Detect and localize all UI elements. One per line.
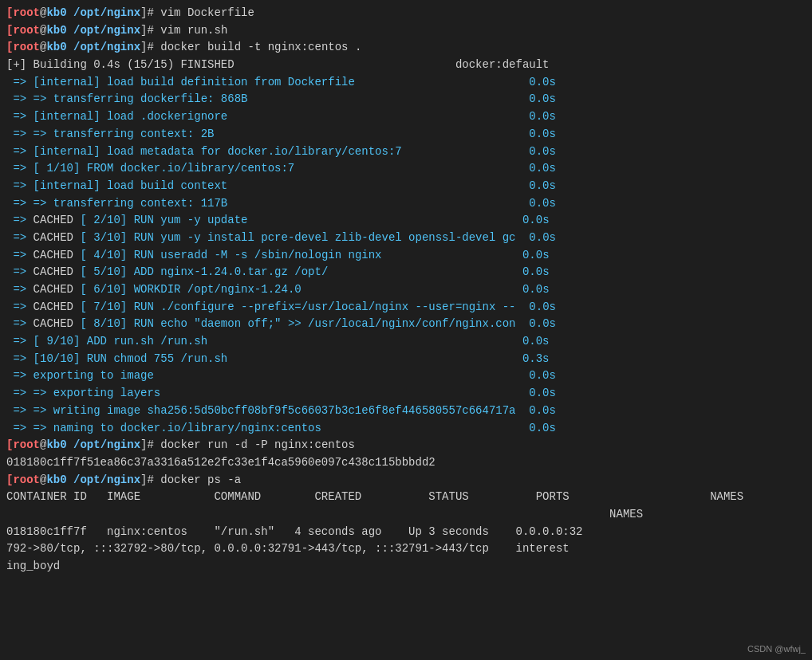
prompt-bracket-root: [root — [6, 5, 40, 22]
terminal-line: => => exporting layers 0.0s — [6, 385, 806, 403]
terminal-line-cached: => CACHED [ 4/10] RUN useradd -M -s /sbi… — [6, 247, 806, 265]
terminal-line-cached: => CACHED [ 3/10] RUN yum -y install pcr… — [6, 230, 806, 247]
terminal-line: => exporting to image 0.0s — [6, 367, 806, 385]
terminal-line: => [ 9/10] ADD run.sh /run.sh 0.0s — [6, 333, 806, 351]
terminal: [root@kb0 /opt/nginx]# vim Dockerfile [r… — [0, 0, 812, 660]
terminal-line: [root@kb0 /opt/nginx]# docker ps -a — [6, 472, 806, 489]
terminal-line: [root@kb0 /opt/nginx]# docker run -d -P … — [6, 437, 806, 454]
terminal-line: => => transferring context: 117B 0.0s — [6, 195, 806, 213]
terminal-line: [root@kb0 /opt/nginx]# vim run.sh — [6, 22, 806, 40]
terminal-line: => [ 1/10] FROM docker.io/library/centos… — [6, 160, 806, 178]
terminal-line: [root@kb0 /opt/nginx]# vim Dockerfile — [6, 5, 806, 22]
terminal-line-cached: => CACHED [ 6/10] WORKDIR /opt/nginx-1.2… — [6, 281, 806, 299]
terminal-line: => [internal] load build definition from… — [6, 74, 806, 92]
terminal-line-cached: => CACHED [ 5/10] ADD nginx-1.24.0.tar.g… — [6, 264, 806, 281]
prompt-bracket-root: [root — [6, 22, 40, 40]
terminal-line: => [10/10] RUN chmod 755 /run.sh 0.3s — [6, 351, 806, 368]
terminal-line: => [internal] load build context 0.0s — [6, 178, 806, 195]
table-header: CONTAINER ID IMAGE COMMAND CREATED STATU… — [6, 489, 806, 506]
table-row: 018180c1ff7f nginx:centos "/run.sh" 4 se… — [6, 524, 806, 541]
terminal-line-cached: => CACHED [ 2/10] RUN yum -y update 0.0s — [6, 212, 806, 230]
terminal-line-cached: => CACHED [ 7/10] RUN ./configure --pref… — [6, 299, 806, 316]
terminal-line: => => transferring context: 2B 0.0s — [6, 126, 806, 143]
terminal-line: => => transferring dockerfile: 868B 0.0s — [6, 91, 806, 108]
prompt-bracket-root: [root — [6, 437, 40, 454]
prompt-bracket-root: [root — [6, 472, 40, 489]
watermark: CSDN @wfwj_ — [747, 644, 806, 654]
terminal-line: => => writing image sha256:5d50bcff08bf9… — [6, 403, 806, 420]
terminal-line-cached: => CACHED [ 8/10] RUN echo "daemon off;"… — [6, 316, 806, 333]
terminal-line: => [internal] load .dockerignore 0.0s — [6, 108, 806, 126]
terminal-line: [+] Building 0.4s (15/15) FINISHED docke… — [6, 57, 806, 74]
terminal-line: 018180c1ff7f51ea86c37a3316a512e2fc33e1f4… — [6, 454, 806, 472]
table-row-continued: ing_boyd — [6, 558, 806, 576]
terminal-line: [root@kb0 /opt/nginx]# docker build -t n… — [6, 39, 806, 57]
table-row-continued: 792->80/tcp, :::32792->80/tcp, 0.0.0.0:3… — [6, 540, 806, 558]
terminal-line: => => naming to docker.io/library/nginx:… — [6, 420, 806, 438]
prompt-bracket-root: [root — [6, 39, 40, 57]
terminal-line: => [internal] load metadata for docker.i… — [6, 143, 806, 161]
terminal-line: NAMES — [6, 506, 806, 524]
